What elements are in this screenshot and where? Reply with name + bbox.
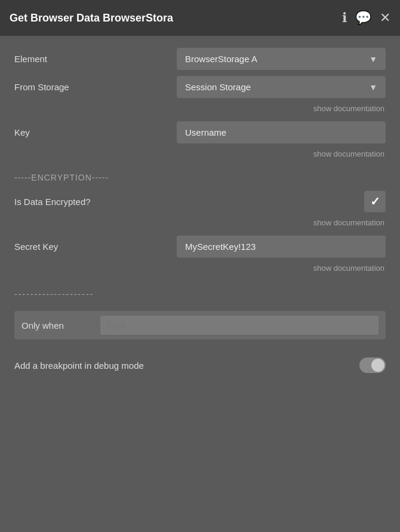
dashed-divider: --------------------: [14, 289, 386, 299]
from-storage-doc-link[interactable]: show documentation: [14, 104, 386, 113]
breakpoint-toggle[interactable]: [359, 357, 386, 373]
key-control: [177, 121, 386, 143]
only-when-row: Only when: [14, 311, 386, 340]
toggle-knob: [371, 359, 384, 372]
element-dropdown-value: BrowserStorage A: [185, 54, 257, 64]
from-storage-dropdown[interactable]: Session Storage ▼: [177, 76, 386, 98]
chat-icon[interactable]: 💬: [355, 10, 371, 26]
only-when-input[interactable]: [100, 316, 379, 335]
key-label: Key: [14, 127, 170, 137]
title-bar: Get Browser Data BrowserStora ℹ 💬 ✕: [0, 0, 400, 36]
key-row: Key: [14, 121, 386, 143]
only-when-label: Only when: [21, 320, 93, 331]
title-icons: ℹ 💬 ✕: [342, 10, 390, 26]
secret-key-label: Secret Key: [14, 241, 170, 252]
element-dropdown-arrow: ▼: [369, 54, 377, 64]
from-storage-dropdown-value: Session Storage: [185, 82, 251, 92]
title-bar-left: Get Browser Data BrowserStora: [10, 12, 173, 25]
is-encrypted-doc-link[interactable]: show documentation: [14, 218, 386, 227]
element-row: Element BrowserStorage A ▼: [14, 48, 386, 70]
breakpoint-row: Add a breakpoint in debug mode: [14, 351, 386, 379]
key-input[interactable]: [177, 121, 386, 143]
breakpoint-label: Add a breakpoint in debug mode: [14, 360, 144, 371]
checkbox-check-icon: ✓: [370, 194, 380, 209]
element-label: Element: [14, 54, 170, 64]
from-storage-dropdown-arrow: ▼: [369, 82, 377, 92]
element-control: BrowserStorage A ▼: [177, 48, 386, 70]
from-storage-row: From Storage Session Storage ▼: [14, 76, 386, 98]
close-icon[interactable]: ✕: [380, 10, 390, 26]
content-area: Element BrowserStorage A ▼ From Storage …: [0, 36, 400, 391]
secret-key-control: [177, 236, 386, 258]
info-icon[interactable]: ℹ: [342, 10, 347, 26]
is-encrypted-checkbox[interactable]: ✓: [364, 191, 386, 212]
is-encrypted-row: Is Data Encrypted? ✓: [14, 191, 386, 212]
element-dropdown[interactable]: BrowserStorage A ▼: [177, 48, 386, 70]
encryption-divider: -----ENCRYPTION-----: [14, 173, 386, 182]
key-doc-link[interactable]: show documentation: [14, 149, 386, 158]
from-storage-control: Session Storage ▼: [177, 76, 386, 98]
secret-key-doc-link[interactable]: show documentation: [14, 264, 386, 273]
is-encrypted-label: Is Data Encrypted?: [14, 197, 364, 207]
from-storage-label: From Storage: [14, 82, 170, 92]
page-title: Get Browser Data BrowserStora: [10, 12, 173, 25]
secret-key-input[interactable]: [177, 236, 386, 258]
secret-key-row: Secret Key: [14, 236, 386, 258]
